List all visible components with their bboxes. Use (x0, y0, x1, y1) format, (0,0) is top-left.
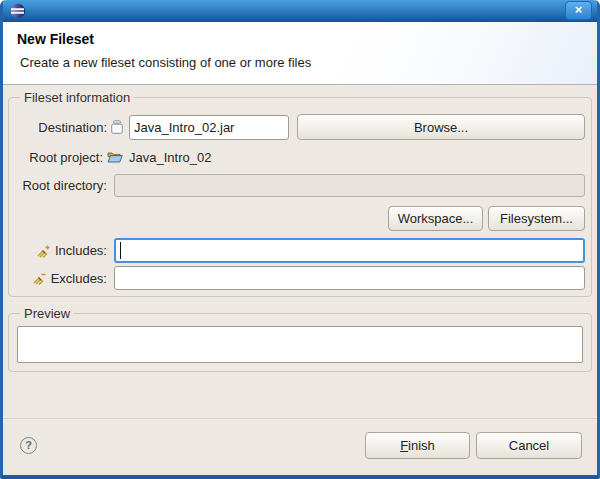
text-caret (120, 242, 121, 259)
root-project-row: Root project: Java_Intro_02 (15, 147, 585, 167)
destination-row: Destination: Browse... (15, 114, 585, 140)
root-project-label: Root project: (29, 150, 103, 165)
wizard-banner: New Fileset Create a new fileset consist… (3, 22, 597, 85)
finish-button[interactable]: Finish (365, 432, 470, 459)
preview-group: Preview (8, 306, 592, 372)
includes-row: Includes: (15, 238, 585, 263)
help-icon[interactable]: ? (20, 437, 37, 454)
destination-label: Destination: (38, 120, 107, 135)
preview-list[interactable] (17, 326, 583, 363)
eclipse-logo-icon (10, 3, 26, 19)
new-fileset-dialog: × New Fileset Create a new fileset consi… (0, 0, 600, 479)
preview-legend: Preview (20, 306, 74, 321)
fileset-information-legend: Fileset information (20, 90, 134, 105)
includes-label: Includes: (55, 243, 107, 258)
dialog-body: Fileset information Destination: Browse.… (3, 85, 597, 372)
includes-filter-icon (37, 244, 51, 258)
excludes-row: Excludes: (15, 266, 585, 290)
root-project-label-cell: Root project: (15, 150, 123, 165)
folder-open-icon (107, 151, 123, 163)
destination-label-cell: Destination: (15, 120, 123, 135)
browse-button[interactable]: Browse... (297, 114, 585, 140)
page-subtitle: Create a new fileset consisting of one o… (17, 55, 597, 70)
filesystem-button[interactable]: Filesystem... (488, 206, 585, 231)
excludes-label-cell: Excludes: (15, 271, 107, 286)
close-button[interactable]: × (565, 1, 592, 20)
workspace-button[interactable]: Workspace... (388, 206, 483, 231)
includes-input-wrap (114, 238, 585, 263)
button-bar: ? Finish Cancel (3, 418, 597, 475)
root-directory-label-cell: Root directory: (15, 178, 107, 193)
includes-input[interactable] (114, 238, 585, 263)
excludes-label: Excludes: (51, 271, 107, 286)
excludes-input[interactable] (114, 266, 585, 290)
excludes-filter-icon (33, 271, 47, 285)
fileset-information-group: Fileset information Destination: Browse.… (8, 90, 592, 297)
page-title: New Fileset (17, 31, 597, 47)
root-directory-input (114, 174, 585, 197)
root-directory-row: Root directory: (15, 174, 585, 197)
titlebar[interactable]: × (3, 0, 597, 22)
cancel-button[interactable]: Cancel (476, 432, 582, 459)
root-directory-label: Root directory: (22, 178, 107, 193)
jar-icon (111, 120, 123, 134)
directory-buttons-row: Workspace... Filesystem... (15, 206, 585, 231)
includes-label-cell: Includes: (15, 243, 107, 258)
destination-input[interactable] (129, 115, 289, 140)
root-project-value: Java_Intro_02 (129, 150, 211, 165)
